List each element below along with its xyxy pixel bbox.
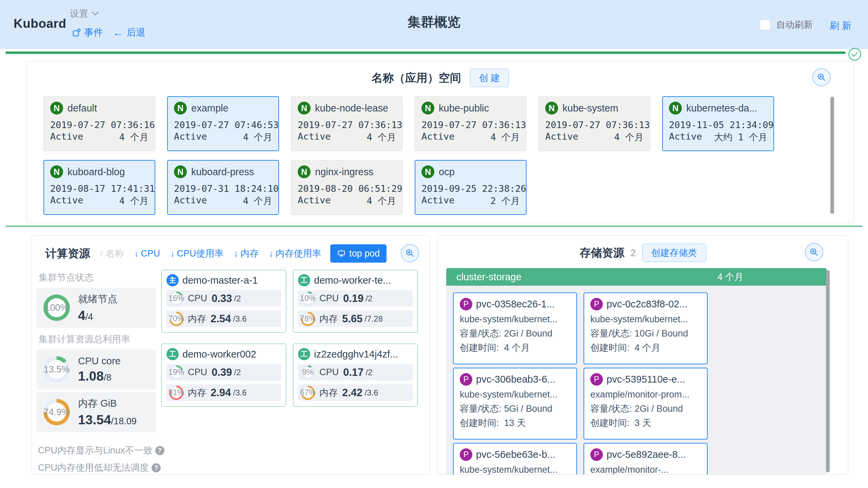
storage-class-age: 4 个月	[717, 271, 744, 283]
pvc-capacity: 容量/状态: 2Gi / Bound	[590, 402, 701, 416]
namespace-name: kuboard-press	[191, 166, 254, 178]
help-link-low-usage-unschedulable[interactable]: CPU内存使用低却无法调度?	[38, 462, 156, 474]
memory-utilization-donut: 74.9%	[43, 399, 70, 425]
namespace-created: 2019-07-27 07:36:13	[421, 120, 520, 130]
pvc-card[interactable]: Ppvc-5e892aee-8... example/monitor-...	[584, 443, 708, 475]
sort-by-memory-usage[interactable]: ↓内存使用率	[269, 247, 321, 260]
pvc-card[interactable]: Ppvc-56ebe63e-b... kube-system/kubernet.…	[453, 443, 577, 475]
auto-refresh-group: 自动刷新	[760, 19, 813, 31]
node-card[interactable]: 工demo-worker-te... 10% CPU 0.19/2 78% 内存…	[293, 270, 418, 333]
namespace-age: 4 个月	[490, 131, 520, 143]
pvc-name: pvc-5e892aee-8...	[607, 449, 686, 460]
compute-title: 计算资源	[45, 246, 90, 261]
create-storage-class-button[interactable]: 创建存储类	[642, 244, 706, 262]
namespace-status: Active	[421, 131, 455, 143]
namespace-age: 4 个月	[367, 131, 396, 143]
sort-by-cpu-usage[interactable]: ↓CPU使用率	[170, 247, 224, 260]
cpu-utilization-total: /8	[104, 372, 112, 383]
top-header: Kuboard 设置 事件 ← 后退 集群概览 自动刷新 刷 新	[0, 0, 868, 49]
pvc-card[interactable]: Ppvc-306beab3-6... kube-system/kubernet.…	[453, 368, 577, 440]
namespace-card[interactable]: Nkube-node-lease 2019-07-27 07:36:13 Act…	[291, 96, 403, 151]
auto-refresh-label[interactable]: 自动刷新	[776, 19, 813, 31]
namespace-card[interactable]: Nkube-system 2019-07-27 07:36:13 Active4…	[538, 96, 650, 151]
namespaces-panel: 名称（应用）空间 创 建 Ndefault 2019-07-27 07:36:1…	[26, 61, 854, 223]
node-card[interactable]: 主demo-master-a-1 16% CPU 0.33/2 70% 内存 2…	[161, 270, 286, 333]
namespace-age: 4 个月	[119, 131, 149, 143]
namespace-created: 2019-07-31 18:24:10	[174, 183, 272, 194]
cluster-summary-column: 集群节点状态 100% 就绪节点 4/4 集群计算资源总利用率 13.5% CP…	[37, 266, 156, 479]
nodes-ready-value: 4	[78, 308, 85, 323]
node-status-label: 集群节点状态	[39, 271, 156, 284]
namespace-card[interactable]: Nocp 2019-09-25 22:38:26 Active2 个月	[415, 160, 527, 215]
pvc-card[interactable]: Ppvc-0358ec26-1... kube-system/kubernet.…	[453, 292, 577, 364]
namespace-icon: N	[421, 102, 434, 115]
top-pod-button[interactable]: top pod	[330, 244, 387, 263]
namespace-card[interactable]: Nkuboard-press 2019-07-31 18:24:10 Activ…	[167, 160, 279, 215]
storage-class-body: Ppvc-0358ec26-1... kube-system/kubernet.…	[446, 286, 827, 475]
node-memory-row: 70% 内存 2.54/3.6	[166, 310, 281, 327]
namespace-created: 2019-07-27 07:36:13	[545, 120, 644, 130]
namespace-name: default	[67, 103, 97, 114]
namespace-card[interactable]: Nexample 2019-07-27 07:46:53 Active4 个月	[167, 96, 279, 151]
pvc-card[interactable]: Ppvc-5395110e-e... example/monitor-prom.…	[584, 368, 708, 440]
create-namespace-button[interactable]: 创 建	[470, 69, 509, 87]
question-icon: ?	[152, 463, 161, 472]
node-card[interactable]: 工demo-worker002 19% CPU 0.39/2 81% 内存 2.…	[161, 344, 286, 407]
namespace-card[interactable]: Nnginx-ingress 2019-08-20 06:51:29 Activ…	[291, 160, 403, 215]
namespace-status: Active	[545, 131, 578, 143]
sort-by-memory[interactable]: ↓内存	[234, 247, 259, 260]
nodes-ready-card: 100% 就绪节点 4/4	[37, 288, 156, 328]
namespace-card[interactable]: Ndefault 2019-07-27 07:36:16 Active4 个月	[43, 96, 155, 151]
storage-scrollbar[interactable]	[826, 270, 830, 472]
status-check-icon	[848, 47, 862, 61]
storage-expand-button[interactable]	[805, 243, 823, 261]
help-link-cpu-memory-mismatch[interactable]: CPU内存显示与Linux不一致?	[38, 444, 156, 456]
pvc-name: pvc-306beab3-6...	[476, 374, 555, 385]
node-memory-row: 78% 内存 5.65/7.28	[298, 310, 413, 327]
sort-options: ↑名称 ↓CPU ↓CPU使用率 ↓内存 ↓内存使用率	[99, 247, 321, 260]
namespace-name: kube-public	[439, 103, 489, 114]
monitor-icon	[337, 249, 346, 258]
storage-class-bar[interactable]: cluster-storage 4 个月	[446, 268, 827, 286]
cpu-utilization-card: 13.5% CPU core 1.08/8	[37, 349, 156, 389]
node-name: demo-worker-te...	[314, 275, 391, 286]
pvc-name: pvc-0358ec26-1...	[476, 299, 555, 310]
namespace-name: kube-system	[563, 103, 618, 114]
pvc-created: 创建时间: 13 天	[460, 416, 570, 430]
namespace-status: Active	[174, 131, 207, 143]
pvc-capacity: 容量/状态: 2Gi / Bound	[460, 326, 570, 341]
node-role-icon: 工	[298, 274, 310, 286]
node-card[interactable]: 工iz2zedgghv14j4zf... 9% CPU 0.17/2 67% 内…	[293, 344, 418, 407]
memory-usage-donut: 81%	[169, 386, 183, 400]
node-cpu-row: 10% CPU 0.19/2	[298, 290, 413, 307]
namespace-card[interactable]: Nkube-public 2019-07-27 07:36:13 Active4…	[415, 96, 527, 151]
pvc-capacity: 容量/状态: 10Gi / Bound	[590, 326, 701, 341]
sort-arrow-icon: ↓	[234, 248, 239, 259]
pvc-icon: P	[590, 448, 603, 461]
namespace-created: 2019-07-27 07:36:13	[298, 120, 396, 130]
kuboard-cluster-overview: { "header": { "logo": "Kuboard", "settin…	[0, 0, 868, 488]
namespaces-title: 名称（应用）空间	[372, 70, 461, 86]
namespace-card[interactable]: Nkubernetes-da... 2019-11-05 21:34:09 Ac…	[662, 96, 774, 151]
sort-by-name[interactable]: ↑名称	[99, 247, 124, 260]
cpu-usage-donut: 9%	[301, 365, 315, 380]
sort-arrow-icon: ↑	[99, 248, 104, 259]
pvc-icon: P	[590, 298, 603, 310]
node-cpu-row: 9% CPU 0.17/2	[298, 364, 413, 381]
auto-refresh-checkbox[interactable]	[760, 20, 770, 30]
namespace-name: kuboard-blog	[67, 166, 125, 178]
namespace-card[interactable]: Nkuboard-blog 2019-08-17 17:41:31 Active…	[43, 160, 155, 215]
pvc-created: 创建时间: 4 个月	[590, 341, 701, 355]
pvc-name: pvc-5395110e-e...	[607, 374, 685, 385]
sort-by-cpu[interactable]: ↓CPU	[134, 248, 160, 259]
pvc-card[interactable]: Ppvc-0c2c83f8-02... kube-system/kubernet…	[584, 292, 708, 364]
namespaces-grid: Ndefault 2019-07-27 07:36:16 Active4 个月 …	[43, 96, 774, 215]
pvc-source: kube-system/kubernet...	[460, 387, 570, 402]
refresh-button[interactable]: 刷 新	[830, 19, 851, 32]
namespaces-expand-button[interactable]	[812, 68, 831, 86]
namespaces-scrollbar[interactable]	[830, 97, 834, 214]
compute-panel: 计算资源 ↑名称 ↓CPU ↓CPU使用率 ↓内存 ↓内存使用率 top pod…	[32, 235, 430, 475]
memory-utilization-total: /18.09	[111, 416, 137, 426]
compute-expand-button[interactable]	[401, 244, 419, 262]
namespace-status: Active	[298, 131, 331, 143]
